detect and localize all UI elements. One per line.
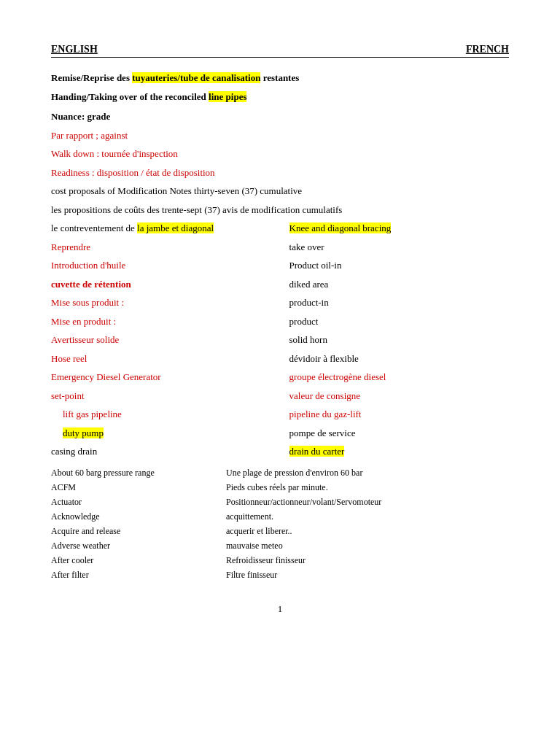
dutypump-highlight: duty pump: [63, 427, 104, 438]
handing-highlight: line pipes: [209, 91, 246, 102]
glossary-en-5: Acquire and release: [51, 525, 226, 538]
glossary-en-1: About 60 barg pressure range: [51, 466, 226, 479]
emergency-en: groupe électrogène diesel: [289, 370, 509, 384]
misesous-en: product-in: [289, 295, 509, 310]
glossary-row-7: After cooler Refroidisseur finisseur: [51, 554, 509, 567]
contreventement-row: le contreventement de la jambe et diagon…: [51, 221, 509, 236]
setpoint-fr: set-point: [51, 389, 271, 403]
cost-fr-line: les propositions de coûts des trente-sep…: [51, 203, 509, 217]
misesous-row: Mise sous produit : product-in: [51, 295, 509, 310]
remise-highlight: tuyauteries/tube de canalisation: [132, 72, 260, 83]
liftgas-fr: lift gas pipeline: [51, 407, 271, 422]
glossary-fr-3: Positionneur/actionneur/volant/Servomote…: [226, 495, 509, 508]
miseen-row: Mise en produit : product: [51, 314, 509, 329]
avertisseur-en: solid horn: [289, 333, 509, 347]
header-row: ENGLISH FRENCH: [51, 44, 509, 58]
setpoint-en: valeur de consigne: [289, 389, 509, 403]
miseen-en: product: [289, 314, 509, 329]
glossary-en-7: After cooler: [51, 554, 226, 567]
dutypump-en: pompe de service: [289, 426, 509, 441]
readiness-line: Readiness : disposition / état de dispos…: [51, 166, 509, 180]
nuance-label: Nuance: grade: [51, 111, 110, 122]
contreventement-fr-text: le contreventement de: [51, 222, 137, 233]
hosereel-en: dévidoir à flexible: [289, 352, 509, 366]
reprendre-fr: Reprendre: [51, 240, 271, 255]
avertisseur-fr: Avertisseur solide: [51, 333, 271, 347]
glossary-fr-4: acquittement.: [226, 510, 509, 523]
glossary-row-6: Adverse weather mauvaise meteo: [51, 539, 509, 552]
glossary-row-3: Actuator Positionneur/actionneur/volant/…: [51, 495, 509, 508]
introduction-row: Introduction d'huile Product oil-in: [51, 258, 509, 273]
hosereel-fr: Hose reel: [51, 352, 271, 366]
cuvette-en: diked area: [289, 277, 509, 292]
header-english: ENGLISH: [51, 44, 98, 55]
cost-fr-text: les propositions de coûts des trente-sep…: [51, 204, 342, 215]
emergency-fr: Emergency Diesel Generator: [51, 370, 271, 384]
glossary-fr-1: Une plage de pression d'environ 60 bar: [226, 466, 509, 479]
setpoint-row: set-point valeur de consigne: [51, 389, 509, 403]
cuvette-fr: cuvette de rétention: [51, 277, 271, 292]
par-rapport-text: Par rapport ; against: [51, 130, 128, 141]
glossary-row-8: After filter Filtre finisseur: [51, 568, 509, 581]
par-rapport-line: Par rapport ; against: [51, 128, 509, 143]
remise-line: Remise/Reprise des tuyauteries/tube de c…: [51, 71, 509, 85]
casing-en: drain du carter: [289, 444, 509, 459]
handing-before: Handing/Taking over of the reconciled: [51, 91, 209, 102]
misesous-fr: Mise sous produit :: [51, 295, 271, 310]
walkdown-line: Walk down : tournée d'inspection: [51, 147, 509, 161]
glossary-row-2: ACFM Pieds cubes réels par minute.: [51, 481, 509, 494]
glossary-fr-8: Filtre finisseur: [226, 568, 509, 581]
hosereel-row: Hose reel dévidoir à flexible: [51, 352, 509, 366]
contreventement-fr: le contreventement de la jambe et diagon…: [51, 221, 271, 236]
casing-row: casing drain drain du carter: [51, 444, 509, 459]
contreventement-en-highlight: Knee and diagonal bracing: [289, 222, 392, 233]
dutypump-row: duty pump pompe de service: [51, 426, 509, 441]
reprendre-en: take over: [289, 240, 509, 255]
introduction-fr: Introduction d'huile: [51, 258, 271, 273]
dutypump-fr: duty pump: [51, 426, 271, 441]
readiness-text: Readiness : disposition / état de dispos…: [51, 167, 215, 178]
glossary-row-1: About 60 barg pressure range Une plage d…: [51, 466, 509, 479]
glossary-row-4: Acknowledge acquittement.: [51, 510, 509, 523]
remise-after: restantes: [260, 72, 299, 83]
glossary-fr-6: mauvaise meteo: [226, 539, 509, 552]
casing-fr: casing drain: [51, 444, 271, 459]
miseen-fr: Mise en produit :: [51, 314, 271, 329]
casing-highlight: drain du carter: [289, 446, 345, 457]
glossary-fr-5: acquerir et liberer..: [226, 525, 509, 538]
glossary-section: About 60 barg pressure range Une plage d…: [51, 466, 509, 581]
contreventement-en: Knee and diagonal bracing: [289, 221, 509, 236]
introduction-en: Product oil-in: [289, 258, 509, 273]
liftgas-en: pipeline du gaz-lift: [289, 407, 509, 422]
emergency-row: Emergency Diesel Generator groupe électr…: [51, 370, 509, 384]
glossary-en-2: ACFM: [51, 481, 226, 494]
glossary-en-8: After filter: [51, 568, 226, 581]
nuance-section: Nuance: grade: [51, 109, 509, 124]
liftgas-row: lift gas pipeline pipeline du gaz-lift: [51, 407, 509, 422]
remise-before: Remise/Reprise des: [51, 72, 132, 83]
page: ENGLISH FRENCH Remise/Reprise des tuyaut…: [0, 0, 560, 747]
glossary-fr-7: Refroidisseur finisseur: [226, 554, 509, 567]
header-french: FRENCH: [466, 44, 509, 55]
glossary-row-5: Acquire and release acquerir et liberer.…: [51, 525, 509, 538]
page-number-text: 1: [278, 603, 283, 614]
contreventement-highlight: la jambe et diagonal: [137, 222, 214, 233]
glossary-fr-2: Pieds cubes réels par minute.: [226, 481, 509, 494]
cost-en-line: cost proposals of Modification Notes thi…: [51, 184, 509, 198]
glossary-en-3: Actuator: [51, 495, 226, 508]
cuvette-row: cuvette de rétention diked area: [51, 277, 509, 292]
walkdown-text: Walk down : tournée d'inspection: [51, 148, 178, 159]
handing-line: Handing/Taking over of the reconciled li…: [51, 90, 509, 104]
glossary-en-4: Acknowledge: [51, 510, 226, 523]
page-number: 1: [51, 603, 509, 615]
glossary-en-6: Adverse weather: [51, 539, 226, 552]
cost-en-text: cost proposals of Modification Notes thi…: [51, 185, 302, 196]
avertisseur-row: Avertisseur solide solid horn: [51, 333, 509, 347]
reprendre-row: Reprendre take over: [51, 240, 509, 255]
